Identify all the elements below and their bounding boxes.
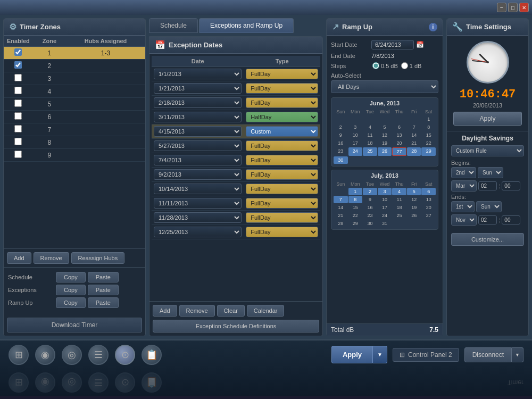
cal-day[interactable]: 25 — [392, 212, 406, 219]
zone-table-row[interactable]: 4 — [4, 85, 145, 98]
zone-checkbox[interactable] — [14, 74, 22, 81]
exception-clear-button[interactable]: Clear — [217, 305, 245, 317]
download-timer-button[interactable]: Download Timer — [7, 318, 142, 332]
cal-day[interactable]: 8 — [421, 123, 436, 131]
cal-day[interactable]: 26 — [378, 147, 392, 156]
cal-day[interactable]: 20 — [392, 139, 406, 147]
apply-time-button[interactable]: Apply — [453, 112, 522, 126]
toolbar-icon-globe[interactable]: ◉ — [35, 345, 55, 365]
exception-table-row[interactable]: 10/14/2013 FullDay — [152, 182, 320, 196]
exception-date-select[interactable]: 7/4/2013 — [154, 155, 242, 165]
zone-table-row[interactable]: 1 1-3 — [4, 47, 145, 60]
zone-table-row[interactable]: 8 — [4, 136, 145, 149]
cal-day[interactable]: 2 — [334, 123, 348, 131]
exception-type-select[interactable]: FullDay — [246, 83, 318, 94]
calendar-small-icon[interactable]: 📅 — [416, 41, 424, 48]
exception-table-row[interactable]: 7/4/2013 FullDay — [152, 153, 320, 168]
step-1db-label[interactable]: 1 dB — [401, 62, 422, 69]
reassign-hubs-button[interactable]: Reassign Hubs — [71, 252, 125, 264]
exception-date-select[interactable]: 1/1/2013 — [154, 69, 242, 79]
exception-add-button[interactable]: Add — [153, 305, 177, 317]
cal-day[interactable]: 18 — [392, 204, 406, 211]
cal-day[interactable]: 31 — [378, 220, 392, 227]
toolbar-icon-clipboard[interactable]: 📋 — [142, 345, 162, 365]
cal-day[interactable]: 24 — [378, 212, 392, 219]
cal-day[interactable]: 1 — [348, 188, 363, 195]
cal-day[interactable]: 11 — [392, 196, 406, 203]
exception-remove-button[interactable]: Remove — [179, 305, 215, 317]
begins-hour-input[interactable] — [478, 181, 497, 190]
begins-month-select[interactable]: Mar — [451, 180, 477, 192]
cal-day[interactable]: 25 — [363, 147, 377, 156]
toolbar-icon-zones[interactable]: ⊞ — [9, 345, 29, 365]
disconnect-main-button[interactable]: Disconnect — [464, 347, 512, 362]
cal-day[interactable]: 7 — [334, 196, 348, 203]
zone-checkbox[interactable] — [14, 112, 22, 120]
maximize-button[interactable]: □ — [508, 3, 518, 12]
exception-definitions-button[interactable]: Exception Schedule Definitions — [153, 320, 319, 332]
cal-day[interactable]: 10 — [378, 196, 392, 203]
cal-day[interactable]: 24 — [348, 147, 363, 156]
ends-month-select[interactable]: Nov — [451, 214, 477, 226]
exception-table-row[interactable]: 11/28/2013 FullDay — [152, 211, 320, 225]
start-date-input[interactable] — [371, 40, 414, 49]
exception-date-select[interactable]: 2/18/2013 — [154, 97, 242, 108]
custom-rule-select[interactable]: Custom Rule — [451, 145, 524, 156]
exception-table-row[interactable]: 2/18/2013 FullDay — [152, 96, 320, 110]
exception-type-select[interactable]: HalfDay — [246, 112, 318, 122]
cal-day[interactable]: 1 — [421, 115, 436, 123]
exception-table-row[interactable]: 1/1/2013 FullDay — [152, 67, 320, 81]
info-icon[interactable]: i — [429, 23, 437, 31]
exception-type-select[interactable]: FullDay — [246, 184, 318, 194]
ends-dow-select[interactable]: Sun — [476, 201, 502, 212]
exception-date-select[interactable]: 10/14/2013 — [154, 184, 242, 194]
cal-day[interactable]: 29 — [348, 220, 363, 227]
cal-day[interactable]: 14 — [407, 131, 421, 139]
ends-hour-input[interactable] — [478, 215, 497, 225]
exception-date-select[interactable]: 1/21/2013 — [154, 83, 242, 94]
cal-day[interactable]: 17 — [378, 204, 392, 211]
cal-day[interactable]: 22 — [421, 139, 436, 147]
apply-arrow-button[interactable]: ▼ — [373, 346, 387, 363]
cal-day[interactable]: 14 — [334, 204, 348, 211]
cal-day[interactable]: 4 — [392, 188, 406, 195]
cal-day[interactable]: 26 — [407, 212, 421, 219]
zone-table-row[interactable]: 6 — [4, 111, 145, 123]
zone-table-row[interactable]: 2 — [4, 60, 145, 72]
cal-day[interactable]: 21 — [334, 212, 348, 219]
cal-day[interactable]: 16 — [363, 204, 377, 211]
cal-day[interactable]: 18 — [363, 139, 377, 147]
step-05db-label[interactable]: 0.5 dB — [372, 62, 398, 69]
cal-day[interactable]: 5 — [407, 188, 421, 195]
cal-day[interactable]: 16 — [334, 139, 348, 147]
remove-zone-button[interactable]: Remove — [34, 252, 69, 264]
exception-type-select[interactable]: FullDay — [246, 227, 318, 237]
cal-day[interactable]: 4 — [363, 123, 377, 131]
apply-main-button[interactable]: Apply — [331, 346, 373, 363]
cal-day[interactable]: 2 — [363, 188, 377, 195]
step-05db-radio[interactable] — [372, 62, 379, 69]
cal-day[interactable]: 5 — [378, 123, 392, 131]
rampup-copy-button[interactable]: Copy — [56, 297, 86, 308]
cal-day[interactable]: 21 — [407, 139, 421, 147]
exception-calendar-button[interactable]: Calendar — [247, 305, 285, 317]
cal-day[interactable]: 23 — [363, 212, 377, 219]
cal-day[interactable]: 30 — [363, 220, 377, 227]
ends-min-input[interactable] — [502, 215, 520, 225]
cal-day[interactable]: 12 — [378, 131, 392, 139]
cal-day[interactable]: 29 — [421, 147, 436, 156]
cal-day[interactable]: 28 — [334, 220, 348, 227]
exception-type-select[interactable]: FullDay — [246, 97, 318, 108]
cal-day[interactable]: 10 — [348, 131, 363, 139]
exception-type-select[interactable]: FullDay — [246, 198, 318, 209]
exception-date-select[interactable]: 4/15/2013 — [154, 126, 242, 137]
exception-type-select[interactable]: Custom — [246, 126, 318, 137]
exception-date-select[interactable]: 11/28/2013 — [154, 212, 242, 223]
exceptions-copy-button[interactable]: Copy — [56, 285, 86, 295]
zone-checkbox[interactable] — [14, 61, 22, 69]
toolbar-icon-timer[interactable]: ⊙ — [115, 345, 135, 365]
cal-day[interactable]: 23 — [334, 147, 348, 156]
toolbar-icon-camera[interactable]: ◎ — [62, 345, 82, 365]
cal-day[interactable]: 17 — [348, 139, 363, 147]
zone-checkbox[interactable] — [14, 138, 22, 145]
